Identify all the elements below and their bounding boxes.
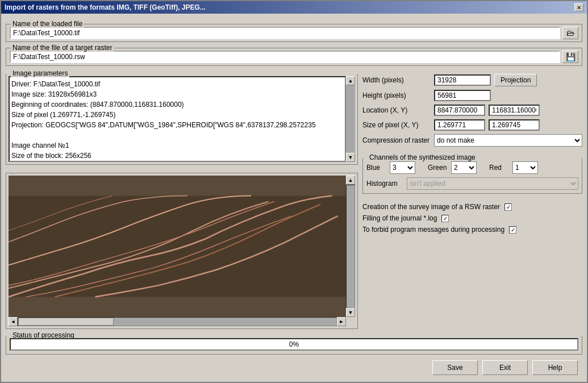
forbid-row: To forbid program messages during proces… bbox=[362, 226, 582, 234]
red-label: Red bbox=[489, 164, 509, 172]
param-line-4: Size of pixel (1.269771,-1.269745) bbox=[11, 110, 343, 120]
target-raster-input[interactable] bbox=[10, 51, 560, 63]
width-input[interactable] bbox=[434, 74, 491, 86]
target-raster-save-button[interactable]: 💾 bbox=[562, 51, 578, 63]
params-scroll-up[interactable]: ▲ bbox=[346, 76, 355, 85]
pixel-size-label: Size of pixel (X, Y) bbox=[362, 121, 431, 129]
preview-hscroll-track bbox=[18, 317, 337, 326]
loaded-file-label: Name of the loaded file bbox=[11, 20, 84, 28]
creation-row: Creation of the survey image of a RSW ra… bbox=[362, 203, 582, 211]
help-button[interactable]: Help bbox=[532, 360, 578, 375]
compression-select[interactable]: do not make LZW JPEG Deflate bbox=[434, 134, 582, 147]
save-button[interactable]: Save bbox=[432, 360, 478, 375]
close-button[interactable]: ✕ bbox=[574, 3, 583, 11]
height-label: Height (pixels) bbox=[362, 91, 431, 99]
param-line-3: Beginning of coordinates: (8847.870000,1… bbox=[11, 99, 343, 110]
title-bar: Import of rasters from the formats IMG, … bbox=[1, 1, 587, 14]
loaded-file-input[interactable] bbox=[10, 27, 560, 39]
target-raster-label: Name of the file of a target raster bbox=[11, 44, 114, 52]
width-label: Width (pixels) bbox=[362, 76, 431, 84]
preview-scroll-down[interactable]: ▼ bbox=[346, 308, 355, 317]
creation-label: Creation of the survey image of a RSW ra… bbox=[362, 203, 500, 211]
progress-bar: 0% bbox=[10, 338, 578, 351]
creation-checkbox[interactable]: ✓ bbox=[504, 203, 512, 211]
green-label: Green bbox=[428, 164, 448, 172]
green-select[interactable]: 1 2 3 4 bbox=[451, 161, 477, 174]
folder-icon: 🗁 bbox=[566, 28, 574, 38]
projection-button[interactable]: Projection bbox=[494, 74, 537, 86]
preview-scroll-left[interactable]: ◄ bbox=[9, 317, 18, 326]
forbid-label: To forbid program messages during proces… bbox=[362, 226, 504, 234]
preview-scroll-right[interactable]: ► bbox=[337, 317, 346, 326]
window-title: Import of rasters from the formats IMG, … bbox=[5, 3, 206, 11]
pixel-y-input[interactable] bbox=[489, 119, 540, 131]
params-scroll-down[interactable]: ▼ bbox=[346, 153, 355, 162]
journal-row: Filling of the journal *.log ✓ bbox=[362, 214, 582, 222]
param-line-6 bbox=[11, 130, 343, 140]
preview-vscroll-track bbox=[346, 185, 355, 308]
channels-label: Channels of the synthesized image bbox=[368, 153, 477, 161]
height-input[interactable] bbox=[434, 90, 491, 101]
image-params-text: Driver: F:\Data\Test_10000.tif Image siz… bbox=[9, 76, 346, 162]
svg-rect-0 bbox=[9, 196, 355, 297]
progress-text: 0% bbox=[289, 340, 299, 348]
preview-scroll-up[interactable]: ▲ bbox=[346, 176, 355, 185]
location-x-input[interactable] bbox=[434, 105, 485, 116]
main-window: Import of rasters from the formats IMG, … bbox=[0, 0, 588, 383]
param-line-7: Image channel №1 bbox=[11, 140, 343, 151]
forbid-checkbox[interactable]: ✓ bbox=[509, 226, 516, 234]
red-select[interactable]: 1 2 3 4 bbox=[512, 161, 538, 174]
image-preview bbox=[9, 176, 355, 317]
blue-select[interactable]: 1 2 3 4 bbox=[390, 161, 415, 174]
param-line-8: Size of the block: 256x256 bbox=[11, 151, 343, 161]
exit-button[interactable]: Exit bbox=[482, 360, 528, 375]
compression-label: Compression of raster bbox=[362, 136, 431, 144]
histogram-label: Histogram bbox=[366, 180, 403, 188]
loaded-file-browse-button[interactable]: 🗁 bbox=[562, 27, 578, 39]
location-label: Location (X, Y) bbox=[362, 106, 431, 114]
params-scroll-track bbox=[346, 85, 355, 153]
param-line-5: Projection: GEOGCS["WGS 84",DATUM["WGS_1… bbox=[11, 120, 343, 130]
image-params-label: Image parameters bbox=[11, 69, 69, 77]
location-y-input[interactable] bbox=[489, 105, 540, 116]
blue-label: Blue bbox=[366, 164, 386, 172]
save-icon: 💾 bbox=[566, 52, 576, 61]
pixel-x-input[interactable] bbox=[434, 119, 485, 131]
param-line-2: Image size: 31928x56981x3 bbox=[11, 89, 343, 99]
param-line-1: Driver: F:\Data\Test_10000.tif bbox=[11, 79, 343, 89]
histogram-select[interactable]: isn't applied linear stretch equalizatio… bbox=[407, 177, 578, 190]
journal-label: Filling of the journal *.log bbox=[362, 214, 437, 222]
journal-checkbox[interactable]: ✓ bbox=[441, 215, 449, 222]
